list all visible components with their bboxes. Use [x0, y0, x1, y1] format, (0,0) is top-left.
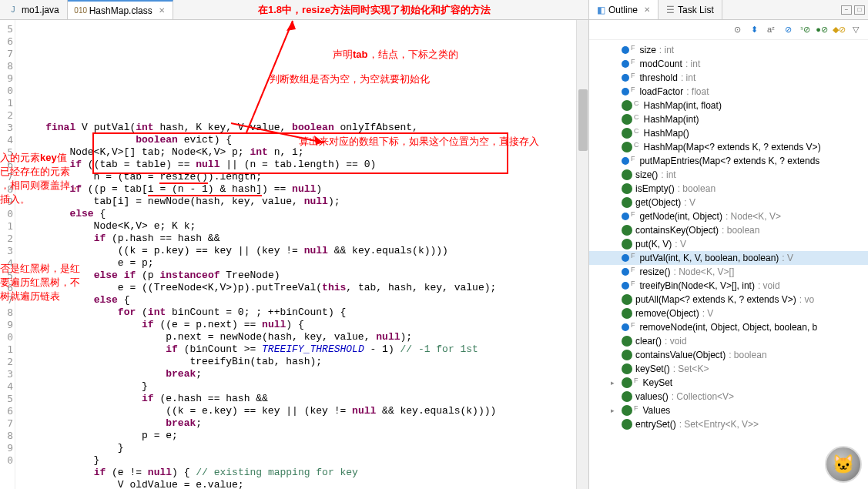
scrollbar-thumb[interactable]	[578, 89, 588, 151]
public-method-icon	[622, 419, 632, 430]
outline-item[interactable]: values() : Collection<V>	[589, 390, 868, 404]
public-method-icon	[622, 363, 632, 374]
annotation-index: 算出来对应的数组下标，如果这个位置为空，直接存入	[299, 136, 539, 148]
outline-item[interactable]: FgetNode(int, Object) : Node<K, V>	[589, 209, 868, 223]
tab-label: Task List	[678, 5, 714, 15]
outline-item[interactable]: FputVal(int, K, V, boolean, boolean) : V	[589, 251, 868, 265]
public-method-icon	[622, 128, 632, 139]
outline-icon: ◧	[597, 5, 605, 15]
tasklist-icon: ☰	[666, 5, 675, 15]
tab-mo1-java[interactable]: J mo1.java	[0, 0, 68, 19]
outline-item[interactable]: containsKey(Object) : boolean	[589, 223, 868, 237]
default-field-icon	[620, 253, 631, 263]
public-method-icon	[622, 308, 632, 319]
public-method-icon	[622, 169, 632, 180]
outline-item[interactable]: containsValue(Object) : boolean	[589, 348, 868, 362]
minimize-icon[interactable]: −	[841, 5, 852, 15]
outline-item[interactable]: CHashMap(Map<? extends K, ? extends V>)	[589, 140, 868, 154]
focus-icon[interactable]: ⊙	[731, 24, 743, 36]
side-annotation-tree: 否是红黑树，是红 要遍历红黑树，不 树就遍历链表	[0, 262, 80, 303]
outline-item[interactable]: entrySet() : Set<Entry<K, V>>	[589, 417, 868, 431]
default-field-icon	[620, 59, 631, 69]
outline-item[interactable]: FloadFactor : float	[589, 85, 868, 99]
public-method-icon	[622, 350, 632, 360]
default-field-icon	[620, 72, 631, 83]
default-field-icon	[620, 45, 631, 55]
public-method-icon	[622, 197, 632, 208]
tab-outline[interactable]: ◧ Outline ✕	[589, 0, 659, 19]
svg-marker-1	[287, 21, 296, 31]
outline-item[interactable]: get(Object) : V	[589, 196, 868, 209]
editor-scrollbar[interactable]	[576, 20, 588, 489]
public-method-icon	[622, 239, 632, 250]
outline-item[interactable]: Fthreshold : int	[589, 71, 868, 85]
outline-item[interactable]: FremoveNode(int, Object, Object, boolean…	[589, 320, 868, 334]
default-field-icon	[620, 322, 631, 333]
public-method-icon	[622, 391, 632, 402]
outline-item[interactable]: FtreeifyBin(Node<K, V>[], int) : void	[589, 279, 868, 293]
view-controls: − □	[841, 5, 865, 15]
outline-item[interactable]: clear() : void	[589, 334, 868, 348]
outline-item[interactable]: isEmpty() : boolean	[589, 182, 868, 196]
hide-fields-icon[interactable]: ⊘	[782, 24, 794, 36]
tab-label: Outline	[608, 5, 638, 15]
public-method-icon	[622, 114, 632, 125]
public-method-icon	[622, 142, 632, 152]
outline-item[interactable]: ▸FKeySet	[589, 376, 868, 390]
outline-item[interactable]: CHashMap(int)	[589, 112, 868, 126]
line-gutter: 567890123456789012345678901234567890	[0, 20, 15, 489]
editor-tabs: J mo1.java 010 HashMap.class ✕ 在1.8中，res…	[0, 0, 588, 20]
sort-icon[interactable]: ⬍	[748, 24, 760, 36]
hide-nonpublic-icon[interactable]: ●⊘	[816, 24, 828, 36]
close-icon[interactable]: ✕	[159, 6, 165, 15]
public-method-icon	[622, 377, 632, 388]
outline-item[interactable]: remove(Object) : V	[589, 306, 868, 320]
annotation-top: 在1.8中，resize方法同时实现了初始化和扩容的方法	[258, 3, 491, 17]
outline-item[interactable]: Fresize() : Node<K, V>[]	[589, 265, 868, 279]
outline-item[interactable]: Fsize : int	[589, 43, 868, 57]
editor-pane: J mo1.java 010 HashMap.class ✕ 在1.8中，res…	[0, 0, 589, 489]
side-annotation-key: 入的元素key值 已经存在的元素 ，相同则覆盖掉， 插入。	[0, 151, 80, 206]
default-field-icon	[620, 280, 631, 291]
public-method-icon	[622, 183, 632, 194]
tab-label: mo1.java	[22, 5, 59, 15]
outline-item[interactable]: put(K, V) : V	[589, 237, 868, 251]
outline-item[interactable]: CHashMap(int, float)	[589, 99, 868, 112]
default-field-icon	[620, 156, 631, 166]
view-menu-icon[interactable]: ▽	[850, 24, 862, 36]
outline-item[interactable]: FputMapEntries(Map<? extends K, ? extend…	[589, 154, 868, 168]
public-method-icon	[622, 225, 632, 236]
maximize-icon[interactable]: □	[854, 5, 865, 15]
default-field-icon	[620, 211, 631, 222]
public-method-icon	[622, 294, 632, 305]
public-method-icon	[622, 100, 632, 111]
outline-item[interactable]: ▸FValues	[589, 404, 868, 417]
close-icon[interactable]: ✕	[644, 5, 650, 14]
outline-toolbar: ⊙ ⬍ aᶻ ⊘ ˢ⊘ ●⊘ ◆⊘ ▽	[589, 20, 868, 40]
default-field-icon	[620, 266, 631, 277]
code-content[interactable]: 声明tab，结点，下标之类的 判断数组是否为空，为空就要初始化 算出来对应的数组…	[15, 20, 576, 489]
tab-hashmap-class[interactable]: 010 HashMap.class ✕	[68, 0, 173, 19]
public-method-icon	[622, 405, 632, 416]
tab-label: HashMap.class	[89, 5, 152, 16]
class-file-icon: 010	[75, 5, 86, 16]
outline-item[interactable]: size() : int	[589, 168, 868, 182]
az-sort-icon[interactable]: aᶻ	[765, 24, 777, 36]
default-field-icon	[620, 86, 631, 97]
outline-item[interactable]: FmodCount : int	[589, 57, 868, 71]
outline-item[interactable]: keySet() : Set<K>	[589, 362, 868, 376]
annotation-null-check: 判断数组是否为空，为空就要初始化	[270, 73, 430, 85]
hide-local-icon[interactable]: ◆⊘	[833, 24, 845, 36]
outline-item[interactable]: putAll(Map<? extends K, ? extends V>) : …	[589, 293, 868, 306]
cat-avatar: 🐱	[825, 446, 862, 483]
outline-tree[interactable]: Fsize : intFmodCount : intFthreshold : i…	[589, 40, 868, 489]
hide-static-icon[interactable]: ˢ⊘	[799, 24, 811, 36]
annotation-tab-desc: 声明tab，结点，下标之类的	[333, 49, 458, 61]
outline-tabs: ◧ Outline ✕ ☰ Task List − □	[589, 0, 868, 20]
public-method-icon	[622, 336, 632, 347]
code-area: 567890123456789012345678901234567890 声明t…	[0, 20, 588, 489]
java-file-icon: J	[8, 5, 18, 15]
outline-item[interactable]: CHashMap()	[589, 126, 868, 140]
outline-pane: ◧ Outline ✕ ☰ Task List − □ ⊙ ⬍ aᶻ ⊘ ˢ⊘ …	[589, 0, 868, 489]
tab-tasklist[interactable]: ☰ Task List	[659, 0, 722, 19]
